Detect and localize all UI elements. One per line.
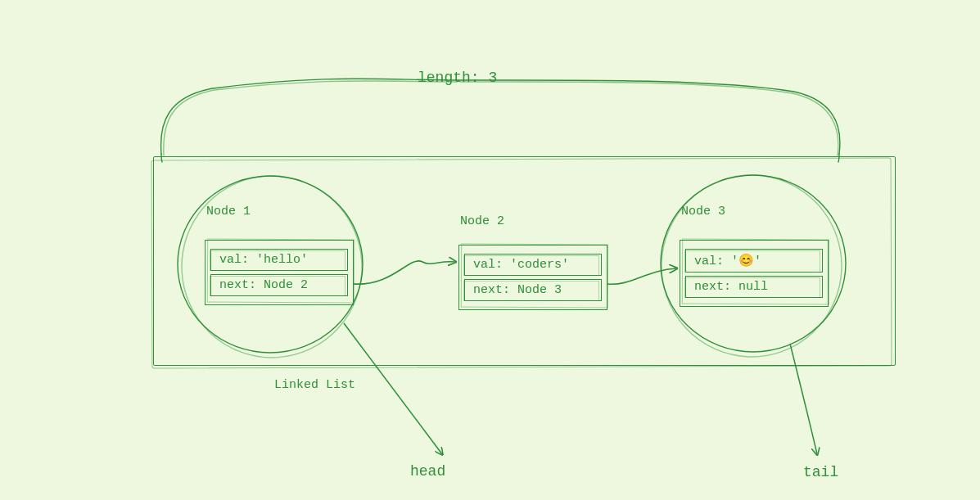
node-2: Node 2 val: 'coders' next: Node 3: [458, 214, 607, 310]
node-3-next: next: null: [685, 276, 823, 298]
container-caption: Linked List: [274, 378, 355, 392]
node-2-title: Node 2: [460, 214, 607, 228]
tail-label: tail: [803, 464, 838, 480]
node-3: Node 3 val: '😊' next: null: [680, 205, 829, 307]
node-3-val: val: '😊': [685, 249, 823, 273]
node-1: Node 1 val: 'hello' next: Node 2: [205, 205, 354, 305]
node-1-val: val: 'hello': [210, 249, 348, 271]
diagram-canvas: length: 3 Linked List head tail Node 1 v…: [0, 0, 980, 500]
node-1-title: Node 1: [206, 205, 354, 218]
node-2-next: next: Node 3: [464, 279, 602, 301]
head-label: head: [410, 463, 445, 480]
node-2-val: val: 'coders': [464, 254, 602, 276]
node-3-title: Node 3: [681, 205, 829, 218]
length-brace: [161, 79, 840, 162]
node-1-next: next: Node 2: [210, 274, 348, 296]
node-1-box: val: 'hello' next: Node 2: [205, 240, 354, 305]
node-2-box: val: 'coders' next: Node 3: [458, 245, 607, 310]
length-label: length: 3: [418, 70, 497, 86]
node-3-box: val: '😊' next: null: [680, 240, 829, 307]
